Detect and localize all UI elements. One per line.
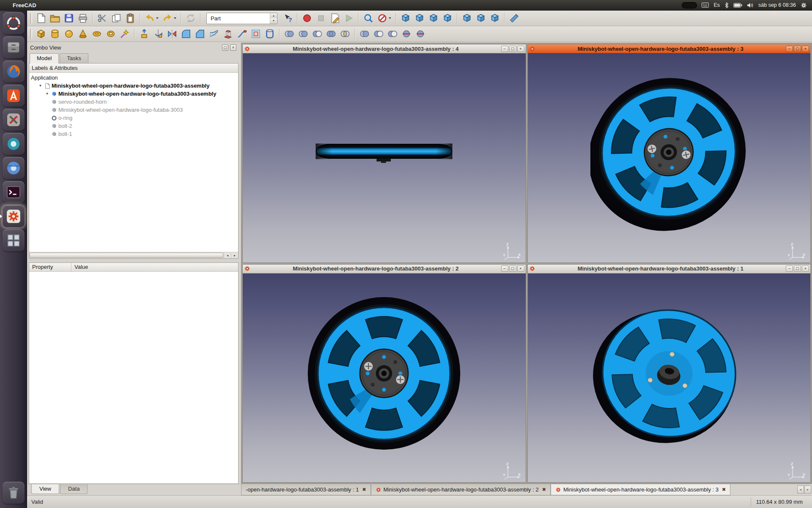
- macro-record-button[interactable]: [301, 12, 313, 25]
- revolve-button[interactable]: [152, 28, 165, 40]
- tab-view[interactable]: View: [31, 484, 59, 494]
- property-list[interactable]: [29, 272, 238, 483]
- workbench-selector[interactable]: Part▲▼: [206, 13, 277, 24]
- close-tab-icon[interactable]: ✖: [542, 487, 546, 492]
- session-gear-icon[interactable]: [801, 2, 807, 8]
- close-button[interactable]: ×: [802, 46, 809, 52]
- indicator-applet[interactable]: [682, 2, 697, 8]
- copy-button[interactable]: [110, 12, 123, 25]
- view-right-button[interactable]: [441, 12, 454, 25]
- volume-icon[interactable]: [747, 3, 754, 8]
- tree-item[interactable]: o-ring: [29, 114, 238, 122]
- boolean-cut-button[interactable]: [311, 28, 324, 40]
- macro-stop-button[interactable]: [315, 12, 327, 25]
- macro-edit-button[interactable]: [329, 12, 341, 25]
- bluetooth-icon[interactable]: [724, 2, 729, 8]
- whats-this-button[interactable]: [281, 12, 294, 25]
- close-tab-icon[interactable]: ✖: [362, 487, 366, 492]
- view-axonometric-button[interactable]: [399, 12, 412, 25]
- 3d-viewport[interactable]: [243, 53, 526, 262]
- boolean-intersection-button[interactable]: [339, 28, 351, 40]
- tree-item[interactable]: ▼Miniskybot-wheel-open-hardware-logo-fut…: [29, 90, 238, 98]
- new-document-button[interactable]: [35, 12, 47, 25]
- tab-scroll-left-icon[interactable]: ◂: [797, 486, 804, 494]
- tab-model[interactable]: Model: [30, 53, 59, 64]
- draw-style-button[interactable]: [376, 12, 392, 25]
- extrude-button[interactable]: [138, 28, 151, 40]
- macro-play-button[interactable]: [343, 12, 355, 25]
- restore-button[interactable]: ▢: [794, 265, 801, 272]
- part-tube-button[interactable]: [104, 28, 117, 40]
- expander-icon[interactable]: ▼: [38, 84, 43, 88]
- open-document-button[interactable]: [49, 12, 61, 25]
- measure-linear-button[interactable]: [508, 12, 521, 25]
- tree-horizontal-scrollbar[interactable]: ◂ ▸: [29, 252, 238, 258]
- minimize-button[interactable]: –: [786, 265, 793, 272]
- battery-icon[interactable]: [733, 3, 742, 8]
- paste-button[interactable]: [124, 12, 137, 25]
- viewport-titlebar[interactable]: Miniskybot-wheel-open-hardware-logo-futa…: [243, 265, 526, 273]
- redo-button[interactable]: [161, 12, 178, 25]
- cross-sections-button[interactable]: [414, 28, 427, 40]
- spin-up-icon[interactable]: ▲: [270, 13, 277, 19]
- expander-icon[interactable]: ▼: [44, 92, 50, 96]
- close-panel-button[interactable]: ×: [230, 44, 236, 51]
- restore-button[interactable]: ▢: [794, 46, 801, 52]
- dock-item-system-settings[interactable]: [3, 109, 25, 131]
- print-button[interactable]: [77, 12, 89, 25]
- offset-button[interactable]: [250, 28, 262, 40]
- dock-item-trash[interactable]: [3, 482, 25, 504]
- tree-item[interactable]: Application: [29, 74, 238, 82]
- loft-button[interactable]: [222, 28, 234, 40]
- scroll-left-icon[interactable]: ◂: [224, 253, 231, 258]
- scroll-right-icon[interactable]: ▸: [231, 253, 238, 258]
- undock-panel-button[interactable]: ▢: [222, 44, 228, 51]
- fit-all-button[interactable]: [362, 12, 375, 25]
- tab-data[interactable]: Data: [60, 484, 88, 494]
- window-tab[interactable]: Miniskybot-wheel-open-hardware-logo-futa…: [371, 484, 551, 495]
- close-button[interactable]: ×: [517, 265, 524, 272]
- panel-splitter[interactable]: [29, 259, 239, 262]
- refresh-button[interactable]: [184, 12, 197, 25]
- dock-item-software-center[interactable]: [3, 85, 25, 107]
- 3d-viewport[interactable]: [528, 53, 811, 262]
- thickness-button[interactable]: [263, 28, 276, 40]
- minimize-button[interactable]: –: [501, 46, 508, 52]
- window-tab[interactable]: Miniskybot-wheel-open-hardware-logo-futa…: [551, 484, 730, 495]
- tab-scroll-right-icon[interactable]: ▸: [804, 486, 811, 494]
- tab-tasks[interactable]: Tasks: [60, 53, 88, 63]
- clock[interactable]: sáb sep 6 08:36: [758, 2, 796, 8]
- tree-item[interactable]: bolt-2: [29, 122, 238, 130]
- part-cylinder-button[interactable]: [49, 28, 61, 40]
- compound-button[interactable]: [283, 28, 296, 40]
- viewport-titlebar[interactable]: Miniskybot-wheel-open-hardware-logo-futa…: [528, 265, 811, 273]
- view-bottom-button[interactable]: [475, 12, 487, 25]
- boolean-button[interactable]: [297, 28, 310, 40]
- ruled-surface-button[interactable]: [208, 28, 220, 40]
- close-tab-icon[interactable]: ✖: [722, 487, 726, 492]
- chamfer-button[interactable]: [194, 28, 206, 40]
- embed-button[interactable]: [372, 28, 385, 40]
- section-button[interactable]: [400, 28, 413, 40]
- dock-item-freecad[interactable]: [3, 205, 25, 227]
- combo-view-titlebar[interactable]: Combo View ▢ ×: [29, 43, 239, 52]
- property-column-header[interactable]: Property: [29, 263, 71, 271]
- keyboard-layout-indicator[interactable]: Es: [713, 2, 720, 8]
- cutout-button[interactable]: [386, 28, 399, 40]
- boolean-union-button[interactable]: [325, 28, 337, 40]
- fillet-button[interactable]: [180, 28, 192, 40]
- save-document-button[interactable]: [63, 12, 75, 25]
- dock-item-firefox[interactable]: [3, 61, 25, 83]
- 3d-viewport[interactable]: [243, 273, 526, 483]
- viewport-titlebar[interactable]: Miniskybot-wheel-open-hardware-logo-futa…: [528, 44, 811, 53]
- minimize-button[interactable]: –: [786, 46, 793, 52]
- sweep-button[interactable]: [236, 28, 248, 40]
- tree-item[interactable]: bolt-1: [29, 130, 238, 138]
- scrollbar-thumb[interactable]: [30, 253, 223, 258]
- viewport-titlebar[interactable]: Miniskybot-wheel-open-hardware-logo-futa…: [243, 44, 526, 53]
- view-top-button[interactable]: [427, 12, 440, 25]
- connect-button[interactable]: [358, 28, 371, 40]
- part-sphere-button[interactable]: [63, 28, 75, 40]
- dock-item-terminal[interactable]: [3, 181, 25, 203]
- part-box-button[interactable]: [35, 28, 47, 40]
